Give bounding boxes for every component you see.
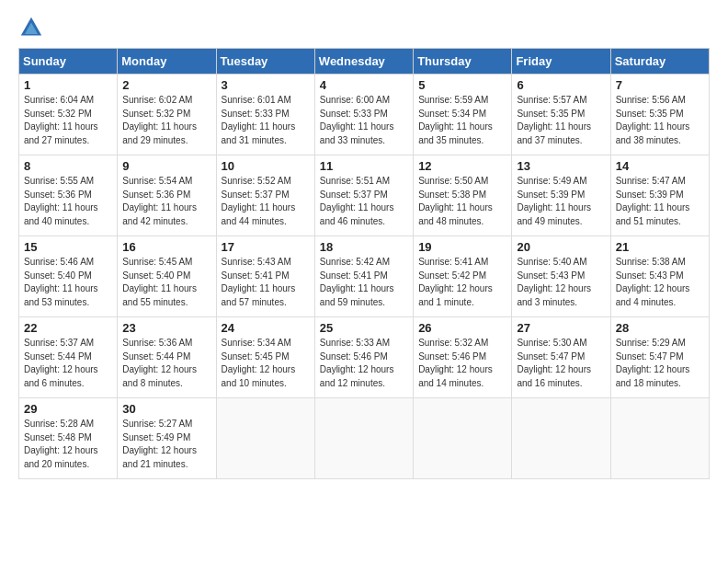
- day-cell: 19Sunrise: 5:41 AMSunset: 5:42 PMDayligh…: [414, 236, 512, 317]
- day-info: Sunrise: 5:32 AMSunset: 5:46 PMDaylight:…: [418, 337, 506, 390]
- day-info: Sunrise: 5:37 AMSunset: 5:44 PMDaylight:…: [24, 337, 112, 390]
- day-cell: 23Sunrise: 5:36 AMSunset: 5:44 PMDayligh…: [118, 317, 216, 398]
- day-number: 12: [418, 159, 506, 173]
- day-number: 5: [418, 78, 506, 92]
- day-cell: 21Sunrise: 5:38 AMSunset: 5:43 PMDayligh…: [610, 236, 709, 317]
- day-number: 22: [24, 321, 112, 335]
- day-info: Sunrise: 5:40 AMSunset: 5:43 PMDaylight:…: [517, 256, 605, 309]
- day-cell: 17Sunrise: 5:43 AMSunset: 5:41 PMDayligh…: [216, 236, 314, 317]
- day-cell: 16Sunrise: 5:45 AMSunset: 5:40 PMDayligh…: [118, 236, 216, 317]
- col-header-saturday: Saturday: [610, 49, 709, 75]
- day-number: 16: [122, 240, 210, 254]
- col-header-thursday: Thursday: [414, 49, 512, 75]
- day-number: 28: [616, 321, 704, 335]
- day-cell: 14Sunrise: 5:47 AMSunset: 5:39 PMDayligh…: [610, 155, 709, 236]
- day-cell: 8Sunrise: 5:55 AMSunset: 5:36 PMDaylight…: [19, 155, 118, 236]
- day-number: 23: [122, 321, 210, 335]
- day-cell: 24Sunrise: 5:34 AMSunset: 5:45 PMDayligh…: [216, 317, 314, 398]
- day-cell: 6Sunrise: 5:57 AMSunset: 5:35 PMDaylight…: [512, 75, 610, 155]
- day-cell: 11Sunrise: 5:51 AMSunset: 5:37 PMDayligh…: [314, 155, 413, 236]
- day-cell: 4Sunrise: 6:00 AMSunset: 5:33 PMDaylight…: [314, 75, 413, 155]
- day-cell: 20Sunrise: 5:40 AMSunset: 5:43 PMDayligh…: [512, 236, 610, 317]
- day-number: 2: [122, 78, 210, 92]
- day-info: Sunrise: 6:00 AMSunset: 5:33 PMDaylight:…: [320, 94, 408, 147]
- day-cell: 15Sunrise: 5:46 AMSunset: 5:40 PMDayligh…: [19, 236, 118, 317]
- day-info: Sunrise: 5:45 AMSunset: 5:40 PMDaylight:…: [122, 256, 210, 309]
- day-info: Sunrise: 5:38 AMSunset: 5:43 PMDaylight:…: [616, 256, 704, 309]
- day-info: Sunrise: 5:49 AMSunset: 5:39 PMDaylight:…: [517, 175, 605, 228]
- day-cell: 1Sunrise: 6:04 AMSunset: 5:32 PMDaylight…: [19, 75, 118, 155]
- day-cell: 25Sunrise: 5:33 AMSunset: 5:46 PMDayligh…: [314, 317, 413, 398]
- day-cell: 2Sunrise: 6:02 AMSunset: 5:32 PMDaylight…: [118, 75, 216, 155]
- header-row: SundayMondayTuesdayWednesdayThursdayFrid…: [19, 49, 710, 75]
- week-row-2: 8Sunrise: 5:55 AMSunset: 5:36 PMDaylight…: [19, 155, 710, 236]
- day-number: 6: [517, 78, 605, 92]
- week-row-1: 1Sunrise: 6:04 AMSunset: 5:32 PMDaylight…: [19, 75, 710, 155]
- day-number: 10: [222, 159, 310, 173]
- day-cell: 9Sunrise: 5:54 AMSunset: 5:36 PMDaylight…: [118, 155, 216, 236]
- col-header-monday: Monday: [118, 49, 216, 75]
- day-number: 7: [616, 78, 704, 92]
- day-number: 11: [320, 159, 408, 173]
- day-info: Sunrise: 5:27 AMSunset: 5:49 PMDaylight:…: [122, 418, 210, 471]
- day-info: Sunrise: 5:34 AMSunset: 5:45 PMDaylight:…: [222, 337, 310, 390]
- day-cell: 30Sunrise: 5:27 AMSunset: 5:49 PMDayligh…: [118, 398, 216, 479]
- day-cell: 26Sunrise: 5:32 AMSunset: 5:46 PMDayligh…: [414, 317, 512, 398]
- day-info: Sunrise: 5:50 AMSunset: 5:38 PMDaylight:…: [418, 175, 506, 228]
- day-cell: 18Sunrise: 5:42 AMSunset: 5:41 PMDayligh…: [314, 236, 413, 317]
- day-number: 15: [24, 240, 112, 254]
- day-info: Sunrise: 6:01 AMSunset: 5:33 PMDaylight:…: [222, 94, 310, 147]
- day-info: Sunrise: 5:55 AMSunset: 5:36 PMDaylight:…: [24, 175, 112, 228]
- day-cell: 3Sunrise: 6:01 AMSunset: 5:33 PMDaylight…: [216, 75, 314, 155]
- day-info: Sunrise: 5:33 AMSunset: 5:46 PMDaylight:…: [320, 337, 408, 390]
- day-info: Sunrise: 5:47 AMSunset: 5:39 PMDaylight:…: [616, 175, 704, 228]
- day-info: Sunrise: 5:28 AMSunset: 5:48 PMDaylight:…: [24, 418, 112, 471]
- week-row-3: 15Sunrise: 5:46 AMSunset: 5:40 PMDayligh…: [19, 236, 710, 317]
- col-header-friday: Friday: [512, 49, 610, 75]
- day-number: 24: [222, 321, 310, 335]
- day-number: 1: [24, 78, 112, 92]
- day-info: Sunrise: 5:29 AMSunset: 5:47 PMDaylight:…: [616, 337, 704, 390]
- day-number: 8: [24, 159, 112, 173]
- day-number: 17: [222, 240, 310, 254]
- day-info: Sunrise: 6:04 AMSunset: 5:32 PMDaylight:…: [24, 94, 112, 147]
- day-info: Sunrise: 5:57 AMSunset: 5:35 PMDaylight:…: [517, 94, 605, 147]
- day-number: 26: [418, 321, 506, 335]
- col-header-tuesday: Tuesday: [216, 49, 314, 75]
- day-info: Sunrise: 5:59 AMSunset: 5:34 PMDaylight:…: [418, 94, 506, 147]
- day-info: Sunrise: 6:02 AMSunset: 5:32 PMDaylight:…: [122, 94, 210, 147]
- day-info: Sunrise: 5:36 AMSunset: 5:44 PMDaylight:…: [122, 337, 210, 390]
- day-info: Sunrise: 5:54 AMSunset: 5:36 PMDaylight:…: [122, 175, 210, 228]
- day-cell: 28Sunrise: 5:29 AMSunset: 5:47 PMDayligh…: [610, 317, 709, 398]
- col-header-wednesday: Wednesday: [314, 49, 413, 75]
- day-info: Sunrise: 5:56 AMSunset: 5:35 PMDaylight:…: [616, 94, 704, 147]
- week-row-5: 29Sunrise: 5:28 AMSunset: 5:48 PMDayligh…: [19, 398, 710, 479]
- day-number: 27: [517, 321, 605, 335]
- day-cell: 12Sunrise: 5:50 AMSunset: 5:38 PMDayligh…: [414, 155, 512, 236]
- day-info: Sunrise: 5:51 AMSunset: 5:37 PMDaylight:…: [320, 175, 408, 228]
- logo: [18, 15, 50, 40]
- day-number: 21: [616, 240, 704, 254]
- day-info: Sunrise: 5:43 AMSunset: 5:41 PMDaylight:…: [222, 256, 310, 309]
- day-info: Sunrise: 5:30 AMSunset: 5:47 PMDaylight:…: [517, 337, 605, 390]
- day-info: Sunrise: 5:41 AMSunset: 5:42 PMDaylight:…: [418, 256, 506, 309]
- header: [18, 15, 710, 40]
- day-cell: 29Sunrise: 5:28 AMSunset: 5:48 PMDayligh…: [19, 398, 118, 479]
- day-cell: [414, 398, 512, 479]
- day-cell: 10Sunrise: 5:52 AMSunset: 5:37 PMDayligh…: [216, 155, 314, 236]
- day-cell: [216, 398, 314, 479]
- day-number: 14: [616, 159, 704, 173]
- col-header-sunday: Sunday: [19, 49, 118, 75]
- day-cell: 7Sunrise: 5:56 AMSunset: 5:35 PMDaylight…: [610, 75, 709, 155]
- day-info: Sunrise: 5:46 AMSunset: 5:40 PMDaylight:…: [24, 256, 112, 309]
- day-number: 25: [320, 321, 408, 335]
- day-cell: 22Sunrise: 5:37 AMSunset: 5:44 PMDayligh…: [19, 317, 118, 398]
- day-number: 4: [320, 78, 408, 92]
- day-number: 3: [222, 78, 310, 92]
- day-cell: [512, 398, 610, 479]
- day-number: 20: [517, 240, 605, 254]
- day-number: 29: [24, 402, 112, 416]
- day-cell: [314, 398, 413, 479]
- day-cell: 13Sunrise: 5:49 AMSunset: 5:39 PMDayligh…: [512, 155, 610, 236]
- day-info: Sunrise: 5:52 AMSunset: 5:37 PMDaylight:…: [222, 175, 310, 228]
